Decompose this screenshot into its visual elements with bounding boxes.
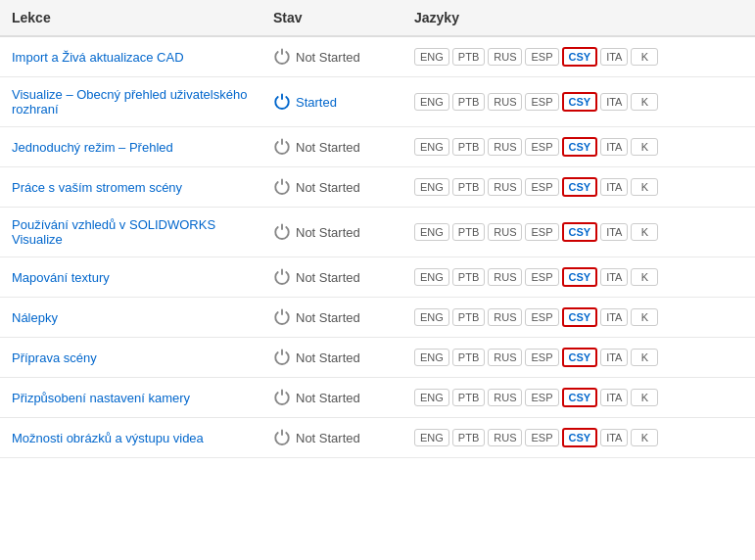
lang-button-eng[interactable]: ENG bbox=[414, 223, 449, 241]
lang-button-esp[interactable]: ESP bbox=[525, 138, 558, 156]
lang-button-esp[interactable]: ESP bbox=[525, 349, 558, 366]
lang-button-ita[interactable]: ITA bbox=[600, 223, 628, 241]
lang-button-rus[interactable]: RUS bbox=[488, 138, 522, 156]
lesson-link[interactable]: Příprava scény bbox=[12, 350, 97, 365]
lang-button-ptb[interactable]: PTB bbox=[452, 349, 485, 366]
lang-button-rus[interactable]: RUS bbox=[488, 308, 522, 326]
lang-button-k[interactable]: K bbox=[631, 268, 658, 286]
lang-button-rus[interactable]: RUS bbox=[488, 93, 522, 111]
lang-button-eng[interactable]: ENG bbox=[414, 178, 449, 196]
lesson-cell: Mapování textury bbox=[0, 257, 261, 298]
lang-button-ptb[interactable]: PTB bbox=[452, 268, 485, 286]
languages-cell: ENGPTBRUSESPCSYITAK bbox=[402, 127, 755, 167]
lesson-link[interactable]: Práce s vaším stromem scény bbox=[12, 180, 182, 195]
lang-button-k[interactable]: K bbox=[631, 349, 658, 366]
lang-button-ita[interactable]: ITA bbox=[600, 48, 628, 66]
lang-button-ita[interactable]: ITA bbox=[600, 308, 628, 326]
lang-button-k[interactable]: K bbox=[631, 48, 658, 66]
lang-button-rus[interactable]: RUS bbox=[488, 389, 522, 406]
lang-button-eng[interactable]: ENG bbox=[414, 308, 449, 326]
lang-button-esp[interactable]: ESP bbox=[525, 268, 558, 286]
lang-button-eng[interactable]: ENG bbox=[414, 93, 449, 111]
lang-button-k[interactable]: K bbox=[631, 429, 658, 446]
lang-button-ita[interactable]: ITA bbox=[600, 93, 628, 111]
lang-button-ptb[interactable]: PTB bbox=[452, 138, 485, 156]
lang-button-eng[interactable]: ENG bbox=[414, 389, 449, 406]
lang-button-esp[interactable]: ESP bbox=[525, 48, 558, 66]
col-header-languages: Jazyky bbox=[402, 0, 755, 36]
lang-button-ita[interactable]: ITA bbox=[600, 268, 628, 286]
lang-button-esp[interactable]: ESP bbox=[525, 308, 558, 326]
status-text: Not Started bbox=[296, 225, 360, 240]
lang-button-rus[interactable]: RUS bbox=[488, 178, 522, 196]
lang-button-csy[interactable]: CSY bbox=[562, 47, 598, 67]
lang-button-csy[interactable]: CSY bbox=[562, 137, 598, 157]
lang-button-ptb[interactable]: PTB bbox=[452, 308, 485, 326]
lang-button-k[interactable]: K bbox=[631, 93, 658, 111]
lang-button-esp[interactable]: ESP bbox=[525, 223, 558, 241]
lang-button-rus[interactable]: RUS bbox=[488, 429, 522, 446]
power-icon bbox=[273, 223, 291, 241]
lang-button-csy[interactable]: CSY bbox=[562, 267, 598, 287]
table-row: Používání vzhledů v SOLIDWORKS Visualize… bbox=[0, 208, 755, 257]
lang-button-ita[interactable]: ITA bbox=[600, 389, 628, 406]
lesson-link[interactable]: Možnosti obrázků a výstupu videa bbox=[12, 431, 204, 445]
lang-button-csy[interactable]: CSY bbox=[562, 177, 598, 197]
power-icon bbox=[273, 93, 291, 111]
lesson-link[interactable]: Mapování textury bbox=[12, 270, 110, 285]
lang-button-ptb[interactable]: PTB bbox=[452, 223, 485, 241]
lang-button-k[interactable]: K bbox=[631, 308, 658, 326]
status-cell: Not Started bbox=[261, 127, 402, 167]
lang-button-csy[interactable]: CSY bbox=[562, 92, 598, 112]
lesson-link[interactable]: Visualize – Obecný přehled uživatelského… bbox=[12, 87, 247, 117]
lesson-link[interactable]: Import a Živá aktualizace CAD bbox=[12, 50, 184, 65]
lang-button-eng[interactable]: ENG bbox=[414, 349, 449, 366]
lang-button-esp[interactable]: ESP bbox=[525, 93, 558, 111]
lang-button-ita[interactable]: ITA bbox=[600, 138, 628, 156]
lang-button-ita[interactable]: ITA bbox=[600, 178, 628, 196]
lang-button-ita[interactable]: ITA bbox=[600, 429, 628, 446]
lang-button-esp[interactable]: ESP bbox=[525, 178, 558, 196]
lesson-cell: Nálepky bbox=[0, 298, 261, 338]
lang-button-esp[interactable]: ESP bbox=[525, 429, 558, 446]
lesson-cell: Možnosti obrázků a výstupu videa bbox=[0, 418, 261, 458]
lang-button-rus[interactable]: RUS bbox=[488, 268, 522, 286]
lesson-link[interactable]: Přizpůsobení nastavení kamery bbox=[12, 391, 190, 405]
lang-button-k[interactable]: K bbox=[631, 223, 658, 241]
lang-button-csy[interactable]: CSY bbox=[562, 388, 598, 407]
lang-button-esp[interactable]: ESP bbox=[525, 389, 558, 406]
lang-button-k[interactable]: K bbox=[631, 138, 658, 156]
status-cell: Not Started bbox=[261, 167, 402, 208]
lang-button-ptb[interactable]: PTB bbox=[452, 178, 485, 196]
lesson-link[interactable]: Používání vzhledů v SOLIDWORKS Visualize bbox=[12, 217, 215, 247]
table-row: Import a Živá aktualizace CAD Not Starte… bbox=[0, 36, 755, 77]
lang-button-rus[interactable]: RUS bbox=[488, 223, 522, 241]
lang-button-ptb[interactable]: PTB bbox=[452, 429, 485, 446]
status-text: Not Started bbox=[296, 180, 360, 195]
lang-button-ita[interactable]: ITA bbox=[600, 349, 628, 366]
lang-button-csy[interactable]: CSY bbox=[562, 428, 598, 447]
lang-button-ptb[interactable]: PTB bbox=[452, 93, 485, 111]
lang-button-ptb[interactable]: PTB bbox=[452, 389, 485, 406]
lesson-link[interactable]: Jednoduchý režim – Přehled bbox=[12, 140, 173, 155]
status-text: Not Started bbox=[296, 270, 360, 285]
lang-button-eng[interactable]: ENG bbox=[414, 268, 449, 286]
lang-button-csy[interactable]: CSY bbox=[562, 307, 598, 327]
lesson-cell: Používání vzhledů v SOLIDWORKS Visualize bbox=[0, 208, 261, 257]
power-icon bbox=[273, 138, 291, 156]
lang-button-csy[interactable]: CSY bbox=[562, 222, 598, 242]
lang-button-csy[interactable]: CSY bbox=[562, 348, 598, 367]
lang-button-k[interactable]: K bbox=[631, 389, 658, 406]
lang-button-rus[interactable]: RUS bbox=[488, 349, 522, 366]
status-cell: Not Started bbox=[261, 257, 402, 298]
lang-button-rus[interactable]: RUS bbox=[488, 48, 522, 66]
status-text: Not Started bbox=[296, 391, 360, 405]
table-row: Možnosti obrázků a výstupu videa Not Sta… bbox=[0, 418, 755, 458]
languages-cell: ENGPTBRUSESPCSYITAK bbox=[402, 378, 755, 418]
lang-button-eng[interactable]: ENG bbox=[414, 138, 449, 156]
lang-button-eng[interactable]: ENG bbox=[414, 429, 449, 446]
lang-button-ptb[interactable]: PTB bbox=[452, 48, 485, 66]
lang-button-k[interactable]: K bbox=[631, 178, 658, 196]
lang-button-eng[interactable]: ENG bbox=[414, 48, 449, 66]
lesson-link[interactable]: Nálepky bbox=[12, 310, 58, 325]
